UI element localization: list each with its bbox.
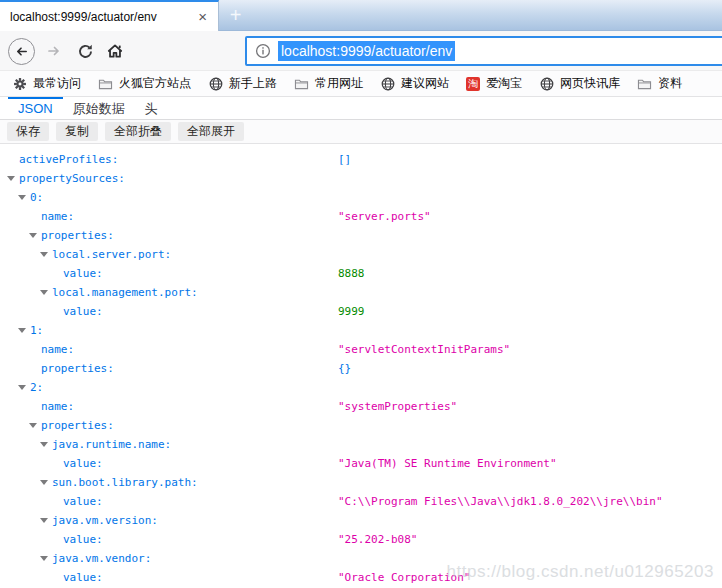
tree-row[interactable]: value:8888 bbox=[0, 264, 722, 283]
home-icon bbox=[106, 42, 124, 60]
json-key: 2: bbox=[30, 378, 43, 397]
expand-arrow-icon[interactable] bbox=[29, 233, 37, 238]
gear-icon bbox=[12, 76, 27, 91]
bookmark-label: 火狐官方站点 bbox=[119, 75, 191, 92]
home-button[interactable] bbox=[104, 31, 126, 71]
folder-icon bbox=[294, 76, 309, 91]
json-key: java.vm.vendor: bbox=[52, 549, 151, 568]
toolbar-button-3[interactable]: 全部展开 bbox=[178, 122, 244, 141]
tree-row[interactable]: java.vm.version: bbox=[0, 511, 722, 530]
reload-button[interactable] bbox=[74, 31, 96, 71]
tree-row[interactable]: activeProfiles:[] bbox=[0, 150, 722, 169]
json-key: properties: bbox=[41, 359, 114, 378]
json-value: "25.202-b08" bbox=[338, 530, 417, 549]
expand-arrow-icon[interactable] bbox=[29, 423, 37, 428]
new-tab-button[interactable]: + bbox=[219, 0, 252, 30]
tree-row[interactable]: local.server.port: bbox=[0, 245, 722, 264]
json-key: local.management.port: bbox=[52, 283, 198, 302]
json-key: value: bbox=[63, 302, 103, 321]
expand-arrow-icon[interactable] bbox=[18, 195, 26, 200]
json-key: activeProfiles: bbox=[19, 150, 118, 169]
json-tree: activeProfiles:[]propertySources:0:name:… bbox=[0, 144, 722, 587]
bookmark-label: 资料 bbox=[658, 75, 682, 92]
bookmark-item[interactable]: 网页快讯库 bbox=[539, 75, 620, 92]
tree-row[interactable]: 1: bbox=[0, 321, 722, 340]
bookmark-label: 最常访问 bbox=[33, 75, 81, 92]
json-viewer-toolbar: 保存复制全部折叠全部展开 bbox=[0, 120, 722, 144]
tree-row[interactable]: sun.boot.library.path: bbox=[0, 473, 722, 492]
bookmark-item[interactable]: 新手上路 bbox=[208, 75, 277, 92]
json-value: [] bbox=[338, 150, 351, 169]
tree-row[interactable]: local.management.port: bbox=[0, 283, 722, 302]
navigation-toolbar: localhost:9999/actuator/env bbox=[0, 31, 722, 71]
expand-arrow-icon[interactable] bbox=[40, 480, 48, 485]
json-key: java.vm.version: bbox=[52, 511, 158, 530]
bookmark-item[interactable]: 火狐官方站点 bbox=[98, 75, 191, 92]
json-key: local.server.port: bbox=[52, 245, 171, 264]
json-key: value: bbox=[63, 454, 103, 473]
tree-row[interactable]: value:"Java(TM) SE Runtime Environment" bbox=[0, 454, 722, 473]
tree-row[interactable]: properties:{} bbox=[0, 359, 722, 378]
info-icon[interactable] bbox=[255, 43, 271, 59]
bookmark-item[interactable]: 常用网址 bbox=[294, 75, 363, 92]
bookmark-label: 常用网址 bbox=[315, 75, 363, 92]
json-viewer-tabs: JSON原始数据头 bbox=[0, 97, 722, 120]
viewer-tab-头[interactable]: 头 bbox=[135, 97, 168, 119]
watermark: https://blog.csdn.net/u012965203 bbox=[447, 562, 714, 582]
folder-icon bbox=[98, 76, 113, 91]
tree-row[interactable]: name:"servletContextInitParams" bbox=[0, 340, 722, 359]
tree-row[interactable]: java.runtime.name: bbox=[0, 435, 722, 454]
json-value: "server.ports" bbox=[338, 207, 431, 226]
json-value: "systemProperties" bbox=[338, 397, 457, 416]
bookmark-item[interactable]: 最常访问 bbox=[12, 75, 81, 92]
json-key: name: bbox=[41, 340, 74, 359]
json-key: value: bbox=[63, 264, 103, 283]
tree-row[interactable]: properties: bbox=[0, 226, 722, 245]
expand-arrow-icon[interactable] bbox=[18, 328, 26, 333]
expand-arrow-icon[interactable] bbox=[40, 518, 48, 523]
json-key: properties: bbox=[41, 226, 114, 245]
browser-tab[interactable]: localhost:9999/actuator/env × bbox=[0, 0, 219, 31]
json-key: sun.boot.library.path: bbox=[52, 473, 198, 492]
tree-row[interactable]: value:"25.202-b08" bbox=[0, 530, 722, 549]
json-value: 8888 bbox=[338, 264, 365, 283]
expand-arrow-icon[interactable] bbox=[18, 385, 26, 390]
bookmark-label: 爱淘宝 bbox=[486, 75, 522, 92]
bookmark-item[interactable]: 资料 bbox=[637, 75, 682, 92]
expand-arrow-icon[interactable] bbox=[40, 442, 48, 447]
tree-row[interactable]: 2: bbox=[0, 378, 722, 397]
tree-row[interactable]: value:9999 bbox=[0, 302, 722, 321]
tree-row[interactable]: name:"server.ports" bbox=[0, 207, 722, 226]
back-button[interactable] bbox=[7, 31, 36, 71]
toolbar-button-2[interactable]: 全部折叠 bbox=[105, 122, 171, 141]
tree-row[interactable]: 0: bbox=[0, 188, 722, 207]
toolbar-button-1[interactable]: 复制 bbox=[56, 122, 98, 141]
expand-arrow-icon[interactable] bbox=[40, 556, 48, 561]
url-text[interactable]: localhost:9999/actuator/env bbox=[278, 41, 455, 61]
expand-arrow-icon[interactable] bbox=[40, 290, 48, 295]
viewer-tab-原始数据[interactable]: 原始数据 bbox=[63, 97, 135, 119]
tab-bar: localhost:9999/actuator/env × + bbox=[0, 0, 722, 31]
tree-row[interactable]: name:"systemProperties" bbox=[0, 397, 722, 416]
tree-row[interactable]: properties: bbox=[0, 416, 722, 435]
expand-arrow-icon[interactable] bbox=[40, 252, 48, 257]
close-icon[interactable]: × bbox=[195, 9, 210, 24]
bookmark-item[interactable]: 淘爱淘宝 bbox=[466, 75, 522, 92]
expand-arrow-icon[interactable] bbox=[7, 176, 15, 181]
tree-row[interactable]: propertySources: bbox=[0, 169, 722, 188]
tab-title: localhost:9999/actuator/env bbox=[10, 10, 195, 24]
address-bar[interactable]: localhost:9999/actuator/env bbox=[245, 36, 722, 66]
forward-button[interactable] bbox=[44, 31, 64, 71]
toolbar-button-0[interactable]: 保存 bbox=[7, 122, 49, 141]
globe-icon bbox=[208, 76, 223, 91]
json-value: "Java(TM) SE Runtime Environment" bbox=[338, 454, 557, 473]
bookmarks-bar: 最常访问火狐官方站点新手上路常用网址建议网站淘爱淘宝网页快讯库资料 bbox=[0, 71, 722, 97]
json-key: name: bbox=[41, 207, 74, 226]
bookmark-item[interactable]: 建议网站 bbox=[380, 75, 449, 92]
json-value: 9999 bbox=[338, 302, 365, 321]
json-value: {} bbox=[338, 359, 351, 378]
json-key: value: bbox=[63, 568, 103, 587]
viewer-tab-json[interactable]: JSON bbox=[8, 97, 63, 119]
globe-icon bbox=[380, 76, 395, 91]
tree-row[interactable]: value:"C:\\Program Files\\Java\\jdk1.8.0… bbox=[0, 492, 722, 511]
